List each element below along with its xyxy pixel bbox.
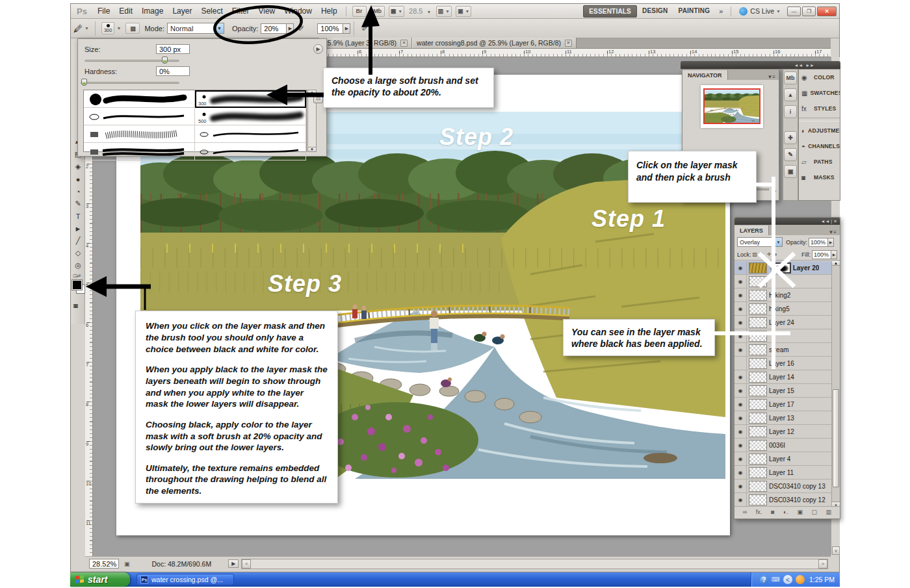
layer-row[interactable]: ◉Layer 14 [734, 370, 831, 384]
line-tool[interactable]: ╱ [71, 235, 85, 247]
blend-mode-select[interactable]: Normal▼ [167, 23, 224, 34]
layer-thumbnail[interactable] [749, 262, 767, 274]
tool-presets-icon[interactable]: ✚ [784, 131, 797, 144]
visibility-toggle[interactable]: ◉ [734, 466, 747, 479]
panel-flyout-button[interactable]: ▶ [313, 44, 323, 54]
menu-window[interactable]: Window [280, 5, 317, 18]
layer-thumbnail[interactable] [749, 494, 767, 505]
screen-mode-button[interactable]: ▣▼ [456, 6, 471, 17]
collapse-dock-icon[interactable]: ◄◄ ►► [794, 63, 814, 68]
menu-help[interactable]: Help [317, 5, 342, 18]
horizontal-scrollbar[interactable]: < > [241, 559, 828, 569]
quick-mask-icon[interactable]: ◙ [73, 301, 78, 309]
tab-close-icon[interactable]: ✕ [565, 40, 572, 47]
tab-close-icon[interactable]: ✕ [400, 40, 408, 47]
layer-name[interactable]: DSC03410 copy 13 [769, 483, 826, 490]
layer-row[interactable]: ◉Layer 24 [734, 316, 831, 329]
close-button[interactable]: ✕ [817, 6, 837, 16]
layer-name[interactable]: Layer 24 [769, 319, 794, 326]
scroll-up-arrow[interactable]: ▲ [832, 261, 840, 266]
menu-view[interactable]: View [254, 5, 280, 18]
layer-name[interactable]: Layer 12 [769, 428, 794, 435]
restore-button[interactable]: ❐ [802, 6, 816, 16]
scrollbar-thumb[interactable] [833, 389, 839, 487]
layer-row[interactable]: ◉0036I [734, 439, 831, 452]
dock-panel-masks[interactable]: ◙MASKS [799, 170, 840, 185]
layer-style-icon[interactable]: fx. [756, 509, 762, 515]
brush-preset[interactable]: 500 [195, 108, 306, 125]
visibility-toggle[interactable]: ◉ [734, 439, 747, 452]
opacity-spinner[interactable]: ▶ [287, 23, 294, 34]
visibility-toggle[interactable]: ◉ [734, 398, 747, 411]
status-menu-button[interactable]: ▶ [228, 559, 239, 568]
menu-image[interactable]: Image [137, 5, 168, 18]
visibility-toggle[interactable]: ◉ [734, 261, 747, 274]
mini-bridge-button[interactable]: Mb [370, 6, 385, 17]
add-mask-icon[interactable]: ◙ [771, 509, 774, 515]
menu-edit[interactable]: Edit [114, 5, 137, 18]
brush-preset[interactable] [84, 143, 195, 160]
visibility-toggle[interactable]: ◉ [734, 452, 747, 465]
mini-bridge-icon[interactable]: Mb [784, 71, 797, 84]
layer-opacity-spinner[interactable]: ▶ [828, 238, 834, 247]
default-colors-icon[interactable]: ◲⇄ [73, 274, 81, 279]
layer-thumbnail[interactable] [749, 454, 767, 465]
zoom-in-icon[interactable]: ▵ [772, 185, 776, 194]
blend-mode-select[interactable]: Overlay▼ [737, 237, 783, 247]
navigator-proxy-view[interactable] [703, 88, 760, 124]
workspace-more-button[interactable]: » [715, 7, 727, 15]
visibility-toggle[interactable]: ◉ [734, 384, 747, 397]
layer-row[interactable]: ◉DSC03410 copy 12 [734, 493, 831, 507]
layer-row[interactable]: ◉DSC03410 copy 13 [734, 479, 831, 493]
visibility-toggle[interactable]: ◉ [734, 493, 747, 506]
layer-row[interactable]: ◉Hiking2 [734, 288, 831, 302]
delete-layer-icon[interactable]: ▥ [826, 509, 832, 515]
layer-name[interactable]: Layer 20 [793, 264, 820, 272]
new-brush-button[interactable]: ⊡ [313, 94, 323, 103]
layers-scrollbar[interactable]: ▲ ∨ [831, 261, 840, 507]
layer-thumbnail[interactable] [749, 331, 767, 342]
brush-preset[interactable] [195, 125, 306, 143]
size-slider[interactable] [84, 60, 179, 62]
hardness-field[interactable]: 0% [156, 66, 190, 76]
layer-thumbnail[interactable] [749, 358, 767, 369]
workspace-essentials[interactable]: ESSENTIALS [583, 5, 637, 18]
path-select-tool[interactable]: ► [71, 222, 85, 235]
layer-thumbnail[interactable] [749, 385, 767, 396]
layer-thumbnail[interactable] [749, 467, 767, 478]
device-tray-icon[interactable]: ⌨ [772, 576, 780, 583]
layer-name[interactable]: Layer 13 [769, 415, 794, 422]
image-icon[interactable]: ▲ [784, 88, 797, 101]
layer-name[interactable]: Layer 14 [769, 374, 794, 381]
workspace-painting[interactable]: PAINTING [673, 5, 716, 18]
brush-preset[interactable] [84, 90, 195, 108]
app-tray-icon[interactable] [796, 575, 805, 584]
visibility-toggle[interactable]: ◉ [734, 329, 747, 342]
dock-panel-styles[interactable]: fxSTYLES [799, 101, 840, 116]
layer-opacity-field[interactable]: 100% [809, 238, 828, 247]
layer-name[interactable]: DSC03410 copy 12 [769, 496, 826, 504]
panel-menu-icon[interactable]: ▼≡ [825, 229, 840, 235]
zoom-level-control[interactable]: 28.5 ▼ [409, 7, 431, 15]
menu-filter[interactable]: Filter [228, 5, 254, 18]
lock-pixels-icon[interactable]: ✎ [760, 251, 764, 257]
visibility-toggle[interactable]: ◉ [734, 275, 747, 288]
layer-row[interactable]: ◉ [734, 329, 831, 343]
layer-row[interactable]: ◉Layer 13 [734, 411, 831, 425]
info-icon[interactable]: i [784, 105, 797, 118]
lock-all-icon[interactable]: ● [774, 251, 777, 257]
layer-row[interactable]: ◉Layer 12 [734, 425, 831, 439]
paint-bucket-tool[interactable]: ◈ [71, 160, 85, 173]
tab-navigator[interactable]: NAVIGATOR [682, 70, 728, 80]
brush-preset-picker[interactable]: 300 [101, 22, 115, 34]
layer-row[interactable]: ◉Layer 15 [734, 384, 831, 398]
layer-thumbnail[interactable] [749, 303, 767, 314]
layer-group-icon[interactable]: ▣ [797, 509, 803, 515]
visibility-toggle[interactable]: ◉ [734, 288, 747, 301]
hand-tool[interactable]: ◇ [71, 247, 85, 259]
layer-row[interactable]: ◉Layer 4 [734, 452, 831, 466]
zoom-tool[interactable]: ◎ [71, 259, 85, 272]
brush-preset[interactable] [84, 108, 195, 125]
layer-name[interactable]: 0036I [769, 442, 785, 449]
layer-thumbnail[interactable] [749, 413, 767, 424]
